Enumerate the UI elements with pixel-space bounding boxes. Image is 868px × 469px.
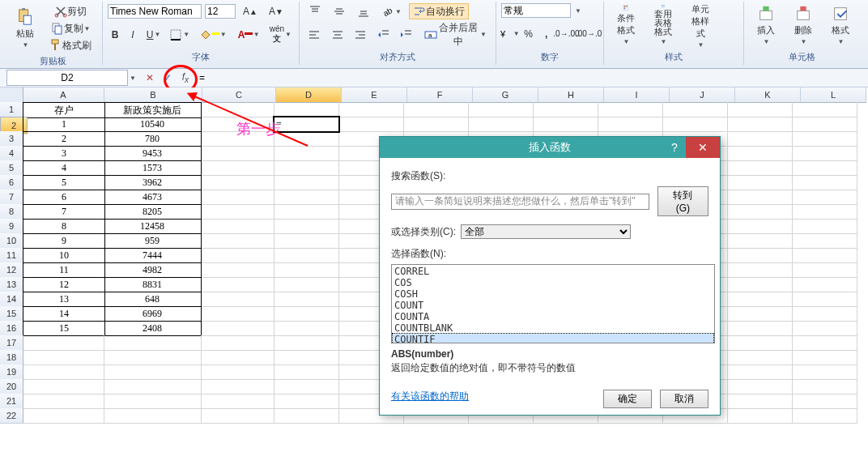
cancel-button[interactable]: 取消 — [660, 390, 708, 408]
cell[interactable] — [792, 117, 857, 132]
cell[interactable] — [727, 233, 793, 249]
cell[interactable] — [104, 335, 202, 351]
cell[interactable] — [104, 365, 202, 380]
cell[interactable] — [792, 394, 857, 409]
cell[interactable] — [23, 408, 104, 424]
decrease-decimal-button[interactable]: .00→.0 — [579, 26, 598, 42]
merge-center-button[interactable]: a合并后居中▼ — [420, 27, 491, 43]
column-header-E[interactable]: E — [342, 87, 407, 103]
cancel-formula-button[interactable]: ✕ — [141, 70, 159, 86]
cell[interactable] — [201, 277, 274, 292]
cell[interactable] — [274, 117, 339, 132]
row-header[interactable]: 14 — [0, 292, 23, 307]
column-header-J[interactable]: J — [670, 87, 735, 103]
cell[interactable] — [201, 379, 274, 394]
cell[interactable] — [104, 408, 202, 424]
increase-indent-button[interactable] — [397, 27, 417, 43]
font-size-select[interactable] — [205, 4, 236, 19]
cell[interactable]: 8831 — [104, 277, 202, 292]
cell[interactable] — [727, 160, 793, 176]
cell[interactable] — [792, 408, 857, 424]
shrink-font-button[interactable]: A▼ — [265, 3, 287, 19]
cell[interactable] — [274, 335, 339, 351]
cell[interactable]: 12458 — [104, 219, 202, 234]
cell[interactable] — [727, 379, 793, 394]
column-header-F[interactable]: F — [407, 87, 473, 103]
format-as-table-button[interactable]: 套用 表格格式▼ — [646, 3, 680, 47]
row-header[interactable]: 4 — [0, 146, 23, 161]
ok-button[interactable]: 确定 — [603, 390, 652, 408]
function-list-item[interactable]: COUNT — [393, 300, 713, 311]
cell[interactable]: 5 — [23, 175, 105, 190]
font-color-button[interactable]: A▼ — [234, 27, 264, 43]
cell[interactable] — [792, 335, 857, 351]
function-list-item[interactable]: COUNTIF — [393, 334, 713, 343]
row-header[interactable]: 3 — [0, 131, 23, 147]
cell[interactable] — [468, 102, 534, 117]
cell[interactable] — [201, 248, 274, 263]
cell[interactable] — [792, 321, 857, 336]
decrease-indent-button[interactable] — [374, 27, 394, 43]
cell[interactable] — [274, 102, 339, 117]
comma-button[interactable]: , — [539, 26, 554, 42]
cell[interactable]: 10 — [23, 248, 105, 263]
cell[interactable]: 4 — [23, 160, 105, 176]
fill-color-button[interactable]: ▼ — [195, 27, 230, 43]
cell[interactable] — [201, 306, 274, 322]
cell[interactable] — [201, 117, 274, 132]
cell[interactable]: 648 — [104, 292, 202, 307]
cell[interactable] — [274, 292, 339, 307]
cell[interactable] — [792, 306, 857, 322]
cell[interactable] — [274, 146, 339, 161]
cell[interactable]: 存户 — [23, 102, 105, 118]
cell[interactable] — [201, 350, 274, 365]
cell[interactable] — [201, 394, 274, 409]
cell[interactable] — [727, 350, 793, 365]
copy-button[interactable]: 复制▼ — [45, 20, 96, 36]
cell[interactable]: 1 — [23, 117, 105, 132]
number-format-select[interactable] — [501, 3, 571, 18]
cell[interactable] — [792, 248, 857, 263]
cell[interactable] — [727, 117, 793, 132]
cell[interactable] — [274, 190, 339, 205]
cell[interactable] — [274, 248, 339, 263]
paste-button[interactable]: 粘贴▼ — [8, 6, 42, 50]
cell[interactable]: 14 — [23, 306, 105, 322]
cell[interactable] — [274, 160, 339, 176]
cell[interactable] — [403, 117, 469, 132]
align-center-button[interactable] — [328, 27, 348, 43]
cell[interactable]: 2408 — [104, 321, 202, 336]
cell[interactable] — [727, 408, 793, 424]
row-header[interactable]: 17 — [0, 335, 23, 351]
row-header[interactable]: 5 — [0, 160, 23, 176]
cell[interactable] — [104, 394, 202, 409]
cell[interactable] — [598, 102, 663, 117]
orientation-button[interactable]: ab▼ — [377, 3, 406, 19]
phonetic-button[interactable]: wén文▼ — [267, 27, 294, 43]
row-header[interactable]: 12 — [0, 262, 23, 278]
column-header-B[interactable]: B — [104, 87, 202, 103]
cell[interactable] — [727, 204, 793, 220]
enter-formula-button[interactable]: ✓ — [159, 70, 177, 86]
column-header-H[interactable]: H — [538, 87, 604, 103]
cell[interactable] — [727, 306, 793, 322]
format-painter-button[interactable]: 格式刷 — [45, 37, 96, 53]
cell[interactable] — [792, 233, 857, 249]
cell[interactable] — [727, 292, 793, 307]
cell[interactable] — [274, 175, 339, 190]
cell[interactable]: 7 — [23, 204, 105, 220]
cell[interactable] — [201, 204, 274, 220]
format-cells-button[interactable]: 格式▼ — [823, 3, 857, 47]
percent-button[interactable]: % — [521, 26, 536, 42]
cell[interactable]: 11 — [23, 262, 105, 278]
select-all-corner[interactable] — [0, 87, 23, 103]
cell[interactable] — [201, 131, 274, 147]
cell[interactable] — [727, 248, 793, 263]
cell[interactable] — [727, 394, 793, 409]
search-function-input[interactable] — [391, 194, 649, 210]
row-header[interactable]: 16 — [0, 321, 23, 336]
cell[interactable] — [792, 350, 857, 365]
delete-cells-button[interactable]: 删除▼ — [786, 3, 820, 47]
cell[interactable]: 4982 — [104, 262, 202, 278]
font-name-select[interactable] — [108, 4, 202, 19]
